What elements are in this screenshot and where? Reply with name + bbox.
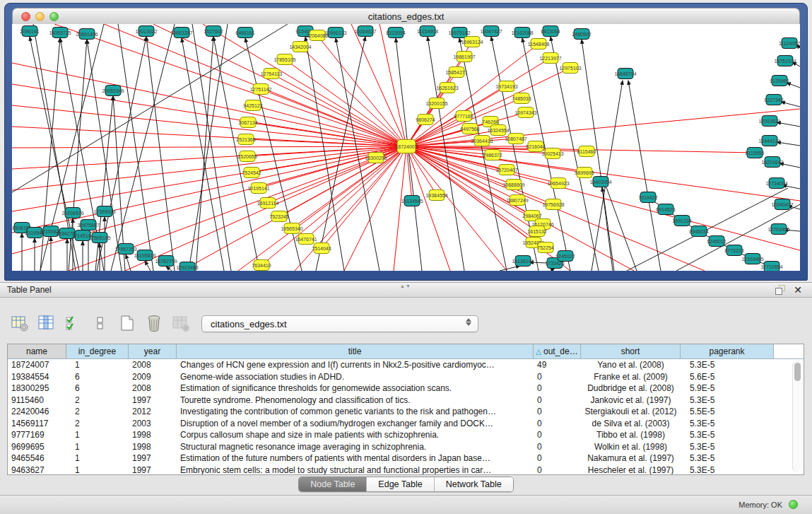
table-cell[interactable]: 0 bbox=[534, 371, 581, 383]
network-node[interactable]: 9806274 bbox=[416, 115, 435, 125]
network-node[interactable]: 8914523 bbox=[656, 204, 675, 215]
table-cell[interactable]: 1 bbox=[66, 465, 129, 476]
network-node[interactable]: 10195141 bbox=[247, 183, 269, 194]
column-header-pagerank[interactable]: pagerank bbox=[681, 344, 774, 358]
table-cell[interactable]: 0 bbox=[534, 441, 581, 453]
network-node[interactable]: 19565340 bbox=[281, 223, 302, 234]
table-cell[interactable]: 2003 bbox=[129, 418, 177, 430]
column-header-year[interactable]: year bbox=[129, 344, 177, 358]
network-node[interactable]: 7514043 bbox=[312, 243, 331, 254]
table-cell[interactable]: Stergiakouli et al. (2012) bbox=[581, 406, 681, 418]
table-cell[interactable]: 18724007 bbox=[8, 359, 66, 371]
table-cell[interactable]: 5.3E-5 bbox=[681, 359, 774, 371]
table-header-row[interactable]: namein_degreeyeartitle△out_de…shortpager… bbox=[8, 344, 804, 359]
table-cell[interactable]: Changes of HCN gene expression and I(f) … bbox=[177, 359, 534, 371]
table-cell[interactable]: 2012 bbox=[129, 406, 177, 418]
table-cell[interactable]: 1 bbox=[66, 429, 129, 441]
network-node[interactable]: 1691234 bbox=[672, 216, 691, 226]
network-node[interactable]: 7524542 bbox=[242, 168, 261, 178]
table-cell[interactable]: 0 bbox=[534, 452, 581, 465]
network-node[interactable]: 16963124 bbox=[461, 37, 483, 47]
network-node[interactable]: 12703465 bbox=[767, 224, 789, 235]
network-node[interactable]: 16261623 bbox=[436, 83, 458, 93]
network-node[interactable]: 7986372 bbox=[483, 150, 502, 160]
column-header-out_de[interactable]: △out_de… bbox=[534, 344, 581, 358]
network-node[interactable]: 19756928 bbox=[542, 199, 564, 210]
tab-node-table[interactable]: Node Table bbox=[299, 477, 367, 491]
network-node[interactable]: 30975887 bbox=[77, 220, 99, 230]
scrollbar-thumb[interactable] bbox=[794, 363, 801, 381]
network-node[interactable]: 10688609 bbox=[502, 180, 524, 190]
table-cell[interactable]: 1 bbox=[66, 441, 129, 453]
network-node[interactable]: 15751074 bbox=[774, 56, 796, 66]
network-node[interactable]: 17734004 bbox=[765, 178, 787, 189]
table-cell[interactable]: 9699695 bbox=[8, 441, 66, 453]
table-cell[interactable]: 0 bbox=[534, 418, 581, 430]
table-cell[interactable]: 14569117 bbox=[8, 418, 66, 430]
network-node[interactable]: 7634410 bbox=[252, 260, 271, 271]
table-cell[interactable]: 0 bbox=[534, 395, 581, 407]
column-header-title[interactable]: title bbox=[177, 344, 534, 358]
table-cell[interactable]: 5.3E-5 bbox=[681, 465, 774, 476]
network-node[interactable]: 2521365 bbox=[236, 134, 255, 145]
network-node[interactable]: 10974343 bbox=[514, 107, 536, 118]
table-cell[interactable]: 2009 bbox=[129, 371, 177, 383]
table-cell[interactable]: Nakamura et al. (1997) bbox=[581, 452, 681, 465]
table-cell[interactable]: 49 bbox=[534, 359, 581, 371]
network-node[interactable]: 18807249 bbox=[506, 195, 528, 206]
network-node[interactable]: 2090141 bbox=[20, 26, 39, 37]
network-node[interactable]: 752254 bbox=[537, 243, 553, 253]
table-cell[interactable]: Estimation of the future numbers of pati… bbox=[177, 452, 534, 465]
table-cell[interactable]: 2 bbox=[66, 395, 129, 407]
table-row[interactable]: 946554611997Estimation of the future num… bbox=[8, 452, 804, 465]
network-node[interactable]: 16210643 bbox=[761, 157, 783, 168]
table-cell[interactable]: 2 bbox=[66, 406, 129, 418]
table-cell[interactable]: de Silva et al. (2003) bbox=[581, 418, 681, 430]
network-node[interactable]: 1527602 bbox=[204, 26, 223, 37]
split-handle-icon[interactable]: ▲▼ bbox=[400, 284, 411, 289]
network-node[interactable]: 16047427 bbox=[480, 26, 502, 37]
network-node[interactable]: 8115460 bbox=[577, 146, 596, 157]
table-cell[interactable]: Wolkin et al. (1998) bbox=[581, 441, 681, 453]
table-cell[interactable]: Tibbo et al. (1998) bbox=[581, 429, 681, 441]
network-node[interactable]: 10240477 bbox=[771, 199, 793, 210]
show-columns-icon[interactable] bbox=[37, 313, 57, 333]
table-cell[interactable]: 1 bbox=[66, 452, 129, 465]
network-node[interactable]: 17710654 bbox=[760, 262, 782, 271]
network-node[interactable]: 19654923 bbox=[547, 178, 569, 189]
table-cell[interactable]: 6 bbox=[66, 382, 129, 395]
table-cell[interactable]: 5.6E-5 bbox=[681, 371, 774, 383]
network-node[interactable]: 7919422 bbox=[638, 192, 657, 203]
network-node[interactable]: 12103465 bbox=[741, 254, 763, 264]
network-hub-node[interactable]: 18724007 bbox=[395, 140, 417, 153]
table-cell[interactable]: 1997 bbox=[129, 395, 177, 407]
network-canvas[interactable]: 2090141140557252069140619013022106532671… bbox=[12, 24, 800, 271]
network-node[interactable]: 15720407 bbox=[495, 165, 517, 175]
network-node[interactable]: 16164627 bbox=[354, 26, 376, 37]
network-node[interactable]: 19734193 bbox=[495, 81, 517, 92]
table-cell[interactable]: 2008 bbox=[129, 382, 177, 395]
network-node[interactable]: 10653267 bbox=[170, 28, 192, 38]
network-node[interactable]: 9227343 bbox=[764, 95, 783, 105]
table-cell[interactable]: 5.3E-5 bbox=[681, 452, 774, 465]
table-cell[interactable]: 9777169 bbox=[8, 429, 66, 441]
network-node[interactable]: 12162068 bbox=[511, 28, 533, 38]
network-node[interactable]: 20691406 bbox=[76, 29, 98, 40]
table-row[interactable]: 969969511998Structural magnetic resonanc… bbox=[8, 441, 804, 453]
network-node[interactable]: 9245012 bbox=[707, 236, 726, 247]
network-node[interactable]: 16648794 bbox=[614, 69, 636, 79]
tab-network-table[interactable]: Network Table bbox=[435, 477, 513, 491]
network-node[interactable]: 8773223 bbox=[724, 245, 743, 256]
network-node[interactable]: 12213977 bbox=[539, 53, 561, 64]
table-cell[interactable]: 2008 bbox=[129, 359, 177, 371]
network-node[interactable]: 6466161 bbox=[235, 28, 254, 38]
table-cell[interactable]: 6 bbox=[66, 371, 129, 383]
network-node[interactable]: 19861907 bbox=[453, 52, 475, 62]
table-row[interactable]: 1938455462009Genome-wide association stu… bbox=[8, 371, 804, 383]
column-header-in_degree[interactable]: in_degree bbox=[66, 344, 129, 358]
table-row[interactable]: 1830029562008Estimation of significance … bbox=[8, 382, 804, 395]
column-header-name[interactable]: name bbox=[8, 344, 66, 358]
network-node[interactable]: 12751142 bbox=[250, 84, 272, 95]
network-node[interactable]: 12505195 bbox=[88, 233, 110, 243]
table-row[interactable]: 2242004622012Investigating the contribut… bbox=[8, 406, 804, 418]
